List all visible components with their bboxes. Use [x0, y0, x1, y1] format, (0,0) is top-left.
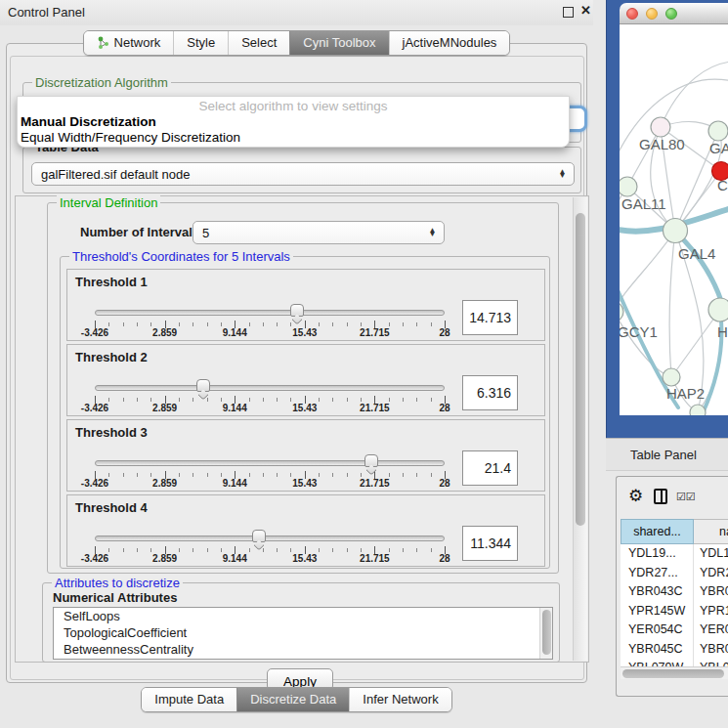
threshold-1-slider[interactable] — [95, 309, 445, 317]
node-top-right[interactable] — [708, 121, 728, 141]
cell-name[interactable]: YBR0 — [694, 640, 728, 660]
tick-label: 21.715 — [360, 403, 390, 413]
cell-shared-name[interactable]: YBL079W — [621, 659, 694, 666]
tab-cyni-toolbox[interactable]: Cyni Toolbox — [289, 31, 388, 55]
table-row[interactable]: YDR27...YDR2 — [621, 564, 728, 583]
threshold-3-value-field[interactable]: 21.4 — [462, 450, 518, 486]
algorithm-option-manual[interactable]: Manual Discretization — [18, 113, 569, 129]
table-row[interactable]: YBR043CYBR0 — [621, 582, 728, 602]
tick-label: -3.426 — [81, 478, 108, 489]
threshold-4-slider[interactable] — [95, 535, 445, 542]
close-icon[interactable]: ✕ — [580, 3, 591, 18]
window-zoom-icon[interactable] — [665, 8, 677, 20]
tick-mark — [193, 548, 193, 552]
tick-label: 2.859 — [152, 403, 177, 413]
node-gal4[interactable] — [664, 219, 688, 243]
gear-icon[interactable]: ⚙ — [628, 486, 643, 506]
column-header-shared-name[interactable]: shared... — [621, 519, 694, 544]
threshold-4-value-field[interactable]: 11.344 — [462, 526, 518, 561]
slider-thumb[interactable] — [252, 530, 266, 542]
tab-discretize-data[interactable]: Discretize Data — [236, 688, 349, 711]
algorithm-option-equal-width[interactable]: Equal Width/Frequency Discretization — [18, 129, 569, 145]
node-gal11[interactable] — [620, 177, 637, 196]
tab-impute-data[interactable]: Impute Data — [142, 688, 236, 711]
cell-name[interactable]: YDR2 — [694, 564, 728, 583]
numerical-attributes-list[interactable]: SelfLoopsTopologicalCoefficientBetweenne… — [53, 607, 553, 660]
node-h[interactable] — [708, 298, 728, 321]
float-window-icon[interactable] — [563, 7, 574, 18]
attribute-list-item[interactable]: TopologicalCoefficient — [54, 624, 552, 641]
number-of-intervals-combo[interactable]: 5 ▲▼ — [193, 221, 445, 244]
tick-label: 15.43 — [292, 403, 317, 413]
cell-shared-name[interactable]: YBR045C — [621, 640, 694, 660]
tab-network[interactable]: Network — [84, 31, 174, 55]
cell-shared-name[interactable]: YPR145W — [621, 602, 694, 621]
cell-shared-name[interactable]: YER054C — [621, 621, 694, 640]
tick-label: 15.43 — [292, 478, 317, 489]
cell-name[interactable]: YBL0 — [694, 659, 728, 666]
table-body[interactable]: YDL19...YDL1YDR27...YDR2YBR043CYBR0YPR14… — [621, 544, 728, 666]
node-gal80[interactable] — [651, 117, 670, 137]
cell-shared-name[interactable]: YDL19... — [621, 544, 694, 564]
tick-mark — [290, 398, 291, 402]
node-hap2[interactable] — [663, 368, 680, 386]
cell-name[interactable]: YPR1 — [694, 602, 728, 621]
tab-style[interactable]: Style — [173, 31, 228, 55]
table-row[interactable]: YBR045CYBR0 — [621, 640, 728, 660]
tick-mark — [108, 398, 109, 402]
slider-thumb[interactable] — [196, 379, 210, 392]
list-scrollbar[interactable] — [539, 608, 552, 659]
columns-icon[interactable] — [654, 489, 667, 504]
slider-thumb[interactable] — [290, 304, 304, 317]
control-panel: Control Panel ✕ Network Style Select Cyn… — [0, 0, 593, 728]
table-row[interactable]: YER054CYER0 — [621, 621, 728, 640]
tick-mark — [249, 322, 250, 326]
tick-mark — [319, 398, 320, 402]
cell-shared-name[interactable]: YDR27... — [621, 564, 694, 583]
window-close-icon[interactable] — [626, 8, 638, 20]
tick-mark — [263, 322, 264, 326]
table-row[interactable]: YDL19...YDL1 — [621, 544, 728, 564]
attribute-list-item[interactable]: SelfLoops — [54, 608, 552, 624]
scrollbar-thumb[interactable] — [622, 669, 724, 678]
cell-name[interactable]: YDL1 — [694, 544, 728, 564]
tab-jactivemnodules[interactable]: jActiveMNodules — [389, 31, 510, 55]
network-nodes[interactable] — [620, 117, 728, 415]
tick-mark — [221, 322, 222, 326]
tick-label: 9.144 — [223, 403, 247, 413]
scrollbar-thumb[interactable] — [542, 610, 551, 655]
checkbox-icons[interactable]: ☑☑ — [676, 491, 696, 503]
tick-mark — [193, 398, 193, 402]
tick-mark — [332, 473, 333, 477]
tick-mark — [403, 398, 404, 402]
window-minimize-icon[interactable] — [646, 8, 658, 20]
network-tab-icon — [97, 36, 109, 50]
threshold-2-value-field[interactable]: 6.316 — [462, 375, 518, 410]
cell-shared-name[interactable]: YBR043C — [621, 582, 694, 602]
tick-mark — [207, 398, 208, 402]
table-row[interactable]: YPR145WYPR1 — [621, 602, 728, 621]
tab-infer-network[interactable]: Infer Network — [349, 688, 450, 711]
tick-mark — [416, 473, 417, 477]
table-row[interactable]: YBL079WYBL0 — [621, 659, 728, 666]
attribute-list-item[interactable]: BetweennessCentrality — [54, 641, 552, 658]
vertical-scrollbar[interactable] — [573, 197, 587, 661]
table-data-combo-value: galFiltered.sif default node — [32, 167, 558, 182]
threshold-2-slider[interactable] — [95, 384, 445, 392]
slider-thumb[interactable] — [364, 454, 378, 467]
network-window-titlebar[interactable] — [620, 3, 728, 24]
scrollbar-thumb[interactable] — [576, 213, 585, 526]
tick-mark — [332, 398, 333, 402]
tick-mark — [332, 322, 333, 326]
network-canvas[interactable]: GAL80 GA C GAL11 GAL4 GCY1 H HAP2 — [620, 24, 728, 415]
horizontal-scrollbar[interactable] — [621, 666, 728, 679]
threshold-1-value-field[interactable]: 14.713 — [462, 300, 518, 335]
tab-select[interactable]: Select — [228, 31, 289, 55]
table-data-combo[interactable]: galFiltered.sif default node ▲▼ — [31, 162, 575, 186]
cell-name[interactable]: YBR0 — [694, 582, 728, 602]
node-bottom[interactable] — [690, 405, 706, 415]
cell-name[interactable]: YER0 — [694, 621, 728, 640]
threshold-3-slider[interactable] — [95, 459, 445, 467]
column-header-name[interactable]: na — [694, 519, 728, 544]
interval-definition-title: Interval Definition — [57, 195, 160, 210]
